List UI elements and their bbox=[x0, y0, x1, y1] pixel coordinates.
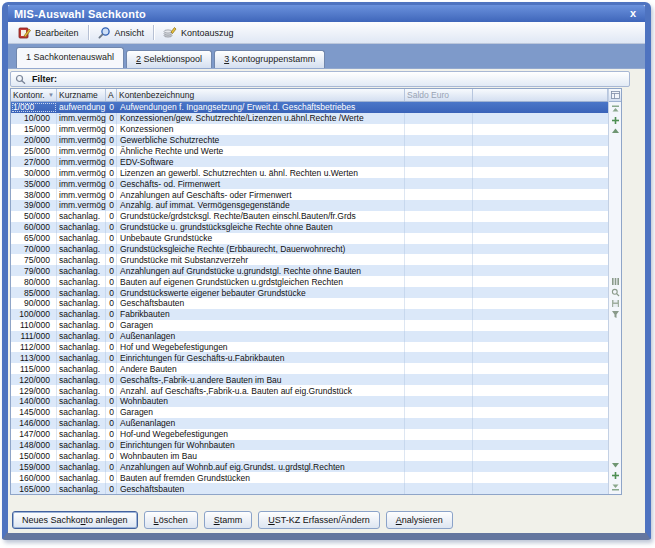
table-row[interactable]: 165/000sachanlag.0Geschäftsbauten bbox=[11, 483, 608, 494]
cell-kontonr: 38/000 bbox=[11, 189, 57, 200]
table-row[interactable]: 90/000sachanlag.0Geschäftsbauten bbox=[11, 298, 608, 309]
table-row[interactable]: 38/000imm.vermög0Anzahlungen auf Geschäf… bbox=[11, 189, 608, 200]
ust-kz-button[interactable]: UST-KZ Erfassen/Ändern bbox=[258, 511, 380, 529]
cell-a: 0 bbox=[106, 233, 117, 244]
cell-kontonr: 90/000 bbox=[11, 298, 57, 309]
toolbar-button-ansicht[interactable]: Ansicht bbox=[92, 24, 151, 41]
cell-kurzname: sachanlag. bbox=[57, 407, 106, 418]
tab-selektionspool[interactable]: 2 Selektionspool bbox=[126, 50, 212, 68]
table-row[interactable]: 70/000sachanlag.0Grundstücksgleiche Rech… bbox=[11, 244, 608, 255]
table-row[interactable]: 145/000sachanlag.0Garagen bbox=[11, 407, 608, 418]
scroll-to-top-icon[interactable] bbox=[611, 105, 620, 114]
new-account-button[interactable]: Neues Sachkonto anlegen bbox=[12, 511, 138, 529]
cell-kontonr: 80/000 bbox=[11, 276, 57, 287]
table-row[interactable]: 150/000sachanlag.0Wohnbauten im Bau bbox=[11, 450, 608, 461]
toolbar-button-label: Ansicht bbox=[115, 28, 145, 38]
scroll-to-bottom-icon[interactable] bbox=[611, 482, 620, 491]
tab-kontogruppenstamm[interactable]: 3 Kontogruppenstamm bbox=[214, 50, 325, 68]
save-icon[interactable] bbox=[611, 299, 620, 308]
cell-saldo-euro bbox=[405, 298, 473, 309]
cell-empty bbox=[473, 211, 608, 222]
cell-kurzname: sachanlag. bbox=[57, 342, 106, 353]
cell-empty bbox=[473, 429, 608, 440]
table-row[interactable]: 39/000imm.vermög0Anzahlg. auf immat. Ver… bbox=[11, 200, 608, 211]
table-row[interactable]: 35/000imm.vermög0Geschäfts- od. Firmenwe… bbox=[11, 178, 608, 189]
cell-kontonr: 145/000 bbox=[11, 407, 57, 418]
filter-funnel-icon[interactable] bbox=[611, 310, 620, 319]
table-row[interactable]: 112/000sachanlag.0Hof und Wegebefestigun… bbox=[11, 342, 608, 353]
tab-sachkontenauswahl[interactable]: 1 Sachkontenauswahl bbox=[16, 47, 124, 68]
table-row[interactable]: 113/000sachanlag.0Einrichtungen für Gesc… bbox=[11, 352, 608, 363]
table-row[interactable]: 1/000aufwendung0Aufwendungen f. Ingangse… bbox=[11, 102, 608, 113]
toolbar-button-label: Kontoauszug bbox=[181, 28, 234, 38]
page-down-icon[interactable] bbox=[611, 460, 620, 469]
table-row[interactable]: 100/000sachanlag.0Fabrikbauten bbox=[11, 309, 608, 320]
table-row[interactable]: 27/000imm.vermög0EDV-Software bbox=[11, 156, 608, 167]
cell-empty bbox=[473, 342, 608, 353]
table-row[interactable]: 120/000sachanlag.0Geschäfts-,Fabrik-u.an… bbox=[11, 374, 608, 385]
sort-desc-icon[interactable]: ▼ bbox=[48, 92, 54, 98]
column-header-kurzname[interactable]: Kurzname bbox=[57, 89, 106, 101]
cell-kontonr: 60/000 bbox=[11, 222, 57, 233]
cell-kurzname: aufwendung bbox=[57, 102, 106, 113]
table-row[interactable]: 146/000sachanlag.0Außenanlagen bbox=[11, 418, 608, 429]
table-row[interactable]: 148/000sachanlag.0Einrichtungen für Wohn… bbox=[11, 440, 608, 451]
stamm-button[interactable]: Stamm bbox=[204, 511, 253, 529]
toolbar-button-kontoauszug[interactable]: Kontoauszug bbox=[157, 24, 240, 41]
grid-header: Kontonr. ▼ Kurzname A Kontenbezeichnung … bbox=[11, 89, 608, 102]
edit-icon bbox=[18, 26, 31, 39]
column-header-kontenbezeichnung[interactable]: Kontenbezeichnung bbox=[117, 89, 405, 101]
columns-icon[interactable] bbox=[611, 277, 620, 286]
cell-kontonr: 112/000 bbox=[11, 342, 57, 353]
table-row[interactable]: 147/000sachanlag.0Hof-und Wegebefestigun… bbox=[11, 429, 608, 440]
cell-saldo-euro bbox=[405, 287, 473, 298]
table-row[interactable]: 50/000sachanlag.0Grundstücke/grdstcksgl.… bbox=[11, 211, 608, 222]
cell-kontonr: 35/000 bbox=[11, 178, 57, 189]
table-row[interactable]: 10/000imm.vermög0Konzessionen/gew. Schut… bbox=[11, 113, 608, 124]
cell-kontenbezeichnung: Anzahlungen auf Geschäfts- oder Firmenwe… bbox=[117, 189, 405, 200]
add-row-icon[interactable] bbox=[611, 471, 620, 480]
table-row[interactable]: 115/000sachanlag.0Andere Bauten bbox=[11, 363, 608, 374]
page-up-icon[interactable] bbox=[611, 127, 620, 136]
table-row[interactable]: 25/000imm.vermög0Ähnliche Rechte und Wer… bbox=[11, 146, 608, 157]
search-icon[interactable] bbox=[611, 288, 620, 297]
table-row[interactable]: 60/000sachanlag.0Grundstücke u. grundstü… bbox=[11, 222, 608, 233]
cell-a: 0 bbox=[106, 385, 117, 396]
table-row[interactable]: 111/000sachanlag.0Außenanlagen bbox=[11, 331, 608, 342]
column-header-saldo-euro[interactable]: Saldo Euro bbox=[405, 89, 473, 101]
cell-empty bbox=[473, 167, 608, 178]
analyze-button[interactable]: Analysieren bbox=[386, 511, 453, 529]
table-row[interactable]: 140/000sachanlag.0Wohnbauten bbox=[11, 396, 608, 407]
table-row[interactable]: 80/000sachanlag.0Bauten auf eigenen Grun… bbox=[11, 276, 608, 287]
table-row[interactable]: 129/000sachanlag.0Anzahl. auf Geschäfts-… bbox=[11, 385, 608, 396]
table-row[interactable]: 20/000imm.vermög0Gewerbliche Schutzrecht… bbox=[11, 135, 608, 146]
cell-a: 0 bbox=[106, 396, 117, 407]
cell-saldo-euro bbox=[405, 102, 473, 113]
column-chooser-icon[interactable] bbox=[609, 89, 621, 102]
table-row[interactable]: 15/000imm.vermög0Konzessionen bbox=[11, 124, 608, 135]
cell-kontenbezeichnung: Garagen bbox=[117, 320, 405, 331]
cell-saldo-euro bbox=[405, 440, 473, 451]
cell-kontonr: 113/000 bbox=[11, 352, 57, 363]
table-row[interactable]: 30/000imm.vermög0Lizenzen an gewerbl. Sc… bbox=[11, 167, 608, 178]
table-row[interactable]: 65/000sachanlag.0Unbebaute Grundstücke bbox=[11, 233, 608, 244]
table-row[interactable]: 85/000sachanlag.0Grundstückswerte eigene… bbox=[11, 287, 608, 298]
column-header-a[interactable]: A bbox=[106, 89, 117, 101]
table-row[interactable]: 110/000sachanlag.0Garagen bbox=[11, 320, 608, 331]
toolbar-button-bearbeiten[interactable]: Bearbeiten bbox=[12, 24, 85, 41]
add-row-icon[interactable] bbox=[611, 116, 620, 125]
table-row[interactable]: 75/000sachanlag.0Grundstücke mit Substan… bbox=[11, 254, 608, 265]
delete-button[interactable]: Löschen bbox=[144, 511, 198, 529]
table-row[interactable]: 79/000sachanlag.0Anzahlungen auf Grundst… bbox=[11, 265, 608, 276]
cell-empty bbox=[473, 374, 608, 385]
table-row[interactable]: 160/000sachanlag.0Bauten auf fremden Gru… bbox=[11, 472, 608, 483]
close-icon[interactable]: x bbox=[627, 8, 639, 19]
toolbar-button-label: Bearbeiten bbox=[35, 28, 79, 38]
column-header-kontonr[interactable]: Kontonr. ▼ bbox=[11, 89, 57, 101]
filter-bar[interactable]: Filter: bbox=[10, 71, 630, 87]
rail-bottom-group bbox=[611, 457, 620, 494]
cell-kontenbezeichnung: Grundstückswerte eigener bebauter Grunds… bbox=[117, 287, 405, 298]
cell-empty bbox=[473, 254, 608, 265]
cell-empty bbox=[473, 102, 608, 113]
table-row[interactable]: 159/000sachanlag.0Anzahlungen auf Wohnb.… bbox=[11, 461, 608, 472]
